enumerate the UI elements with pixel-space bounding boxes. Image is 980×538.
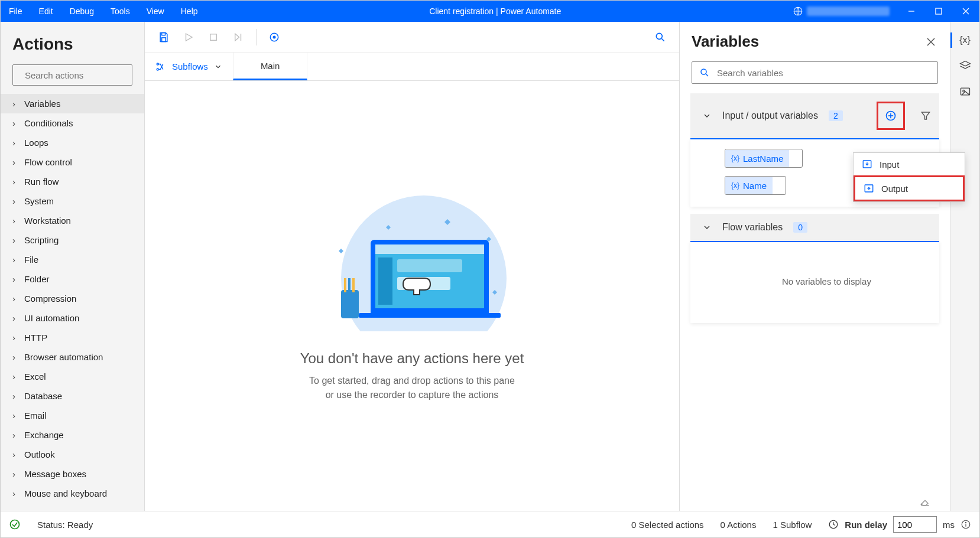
- status-ok-icon: [9, 519, 21, 530]
- svg-line-16: [662, 38, 664, 41]
- chevron-down-icon[interactable]: [702, 111, 712, 120]
- action-category[interactable]: ›Flow control: [1, 152, 144, 172]
- search-variables-box[interactable]: [692, 61, 938, 84]
- subflows-dropdown[interactable]: Subflows: [145, 53, 233, 80]
- action-category[interactable]: ›Outlook: [1, 445, 144, 464]
- actions-panel: Actions ›Variables ›Conditionals ›Loops …: [1, 22, 145, 511]
- variable-chip[interactable]: {x}Name: [725, 176, 786, 195]
- menu-view[interactable]: View: [138, 1, 173, 22]
- action-category[interactable]: ›File: [1, 250, 144, 269]
- svg-line-39: [706, 74, 708, 76]
- chevron-right-icon: ›: [12, 430, 18, 440]
- action-category[interactable]: ›Workstation: [1, 211, 144, 230]
- action-category-label: File: [24, 255, 38, 265]
- chevron-right-icon: ›: [12, 99, 18, 109]
- tab-main[interactable]: Main: [233, 53, 308, 80]
- search-flow-button[interactable]: [650, 27, 671, 48]
- action-category-label: Exchange: [24, 430, 64, 440]
- action-category-label: Browser automation: [24, 352, 103, 362]
- step-button[interactable]: [228, 27, 249, 48]
- output-icon: [864, 183, 874, 194]
- action-category[interactable]: ›Variables: [1, 94, 144, 113]
- input-icon: [862, 159, 872, 169]
- run-delay-label: Run delay: [845, 520, 887, 530]
- action-category[interactable]: ›Loops: [1, 133, 144, 152]
- action-category-label: Conditionals: [24, 118, 73, 128]
- chevron-down-icon[interactable]: [702, 223, 712, 232]
- action-category[interactable]: ›System: [1, 191, 144, 211]
- svg-marker-31: [339, 249, 343, 253]
- environment-picker[interactable]: [784, 6, 898, 17]
- chevron-right-icon: ›: [12, 138, 18, 148]
- action-category[interactable]: ›Run flow: [1, 172, 144, 191]
- menu-help[interactable]: Help: [173, 1, 206, 22]
- center-area: Subflows Main: [145, 22, 679, 511]
- add-variable-popup: Input Output: [853, 152, 965, 202]
- plus-circle-icon: [885, 110, 897, 122]
- recorder-button[interactable]: [264, 27, 285, 48]
- info-icon[interactable]: [960, 519, 971, 530]
- right-rail: {x}: [950, 22, 979, 511]
- flow-canvas[interactable]: You don't have any actions here yet To g…: [145, 81, 679, 511]
- svg-rect-23: [378, 257, 392, 305]
- menu-edit[interactable]: Edit: [31, 1, 61, 22]
- action-category-label: Email: [24, 410, 47, 420]
- action-category[interactable]: ›Excel: [1, 367, 144, 386]
- svg-rect-30: [352, 278, 355, 292]
- action-category-label: Folder: [24, 274, 50, 284]
- flow-variables-empty: No variables to display: [725, 252, 929, 311]
- action-category[interactable]: ›Mouse and keyboard: [1, 484, 144, 503]
- window-close-button[interactable]: [952, 1, 979, 22]
- close-panel-button[interactable]: [924, 35, 938, 49]
- menu-file[interactable]: File: [1, 1, 31, 22]
- svg-marker-47: [960, 61, 970, 66]
- rail-images-button[interactable]: [959, 86, 971, 97]
- action-category-label: Outlook: [24, 449, 55, 459]
- action-category-label: Message boxes: [24, 469, 86, 479]
- svg-point-50: [11, 520, 20, 529]
- stop-button[interactable]: [203, 27, 224, 48]
- svg-point-18: [157, 69, 158, 70]
- actions-title: Actions: [1, 22, 144, 64]
- io-variables-count: 2: [829, 110, 843, 121]
- run-delay-input[interactable]: [893, 516, 937, 533]
- action-category[interactable]: ›Browser automation: [1, 347, 144, 367]
- rail-variables-button[interactable]: {x}: [959, 35, 971, 45]
- run-button[interactable]: [178, 27, 199, 48]
- action-category[interactable]: ›Scripting: [1, 230, 144, 250]
- action-category[interactable]: ›Folder: [1, 269, 144, 289]
- variable-chip[interactable]: {x}LastName: [725, 149, 803, 168]
- chevron-down-icon: [214, 63, 222, 71]
- search-actions-box[interactable]: [12, 64, 132, 86]
- window-minimize-button[interactable]: [898, 1, 925, 22]
- actions-list: ›Variables ›Conditionals ›Loops ›Flow co…: [1, 94, 144, 511]
- add-variable-button[interactable]: [877, 102, 905, 130]
- image-icon: [959, 86, 971, 97]
- search-variables-input[interactable]: [717, 68, 930, 78]
- filter-variables-button[interactable]: [916, 106, 936, 126]
- action-category[interactable]: ›HTTP: [1, 328, 144, 347]
- rail-layers-button[interactable]: [959, 60, 971, 71]
- erase-button[interactable]: [919, 495, 931, 507]
- action-category[interactable]: ›Email: [1, 406, 144, 425]
- action-category[interactable]: ›Conditionals: [1, 113, 144, 133]
- svg-rect-10: [210, 34, 217, 40]
- window-maximize-button[interactable]: [925, 1, 952, 22]
- action-category[interactable]: ›Compression: [1, 289, 144, 308]
- action-category-label: HTTP: [24, 332, 47, 343]
- popup-item-input[interactable]: Input: [854, 153, 965, 175]
- action-category-label: System: [24, 196, 54, 206]
- chevron-right-icon: ›: [12, 391, 18, 401]
- action-category[interactable]: ›Message boxes: [1, 464, 144, 484]
- search-actions-input[interactable]: [25, 70, 137, 80]
- popup-item-output[interactable]: Output: [854, 175, 965, 201]
- action-category[interactable]: ›UI automation: [1, 308, 144, 328]
- action-category-label: Mouse and keyboard: [24, 488, 107, 498]
- action-category[interactable]: ›Exchange: [1, 425, 144, 445]
- variable-name: Name: [743, 181, 767, 191]
- save-button[interactable]: [153, 27, 174, 48]
- menu-debug[interactable]: Debug: [61, 1, 102, 22]
- menu-tools[interactable]: Tools: [102, 1, 138, 22]
- action-category[interactable]: ›Database: [1, 386, 144, 406]
- svg-point-49: [962, 90, 964, 92]
